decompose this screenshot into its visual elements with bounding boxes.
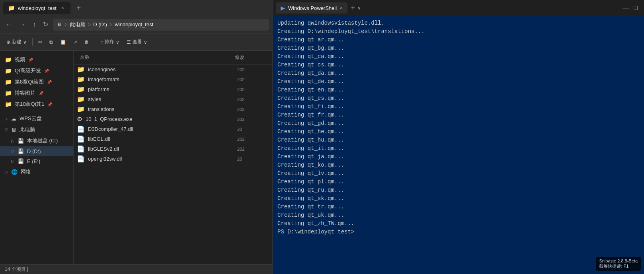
snipaste-badge: Snipaste 2.8.8-Beta 截屏快捷键: F1: [596, 257, 641, 271]
expand-icon: ▷: [5, 170, 8, 174]
dll-icon: 📄: [77, 145, 85, 153]
folder-icon: 📁: [5, 79, 12, 85]
sidebar-item-label: 此电脑: [20, 126, 35, 133]
col-date-header: 修改: [232, 52, 263, 62]
expand-icon: ▽: [5, 128, 8, 132]
file-name: libEGL.dll: [88, 136, 237, 142]
file-row-translations[interactable]: 📁 translations 202: [74, 104, 272, 114]
folder-icon: 📁: [5, 101, 12, 107]
chevron-icon: ∨: [23, 39, 27, 45]
ps-new-tab-button[interactable]: +: [351, 4, 355, 12]
sidebar-item-label: D (D:): [27, 148, 41, 154]
sidebar-item-drive-e[interactable]: ▷ 💾 E (E:): [0, 156, 73, 166]
file-date: 202: [237, 97, 269, 102]
pin-icon: 📌: [47, 80, 52, 84]
paste-button[interactable]: 📋: [57, 38, 69, 47]
file-name: platforms: [88, 86, 237, 92]
pin-icon: 📌: [47, 102, 52, 107]
sidebar-item-label: WPS云盘: [20, 115, 42, 122]
file-row-qprocess-exe[interactable]: ⚙ 10_1_QProcess.exe 202: [74, 114, 272, 124]
file-date: 202: [237, 117, 269, 122]
ps-line: PS D:\windeployqt_test>: [277, 228, 639, 236]
ps-line: Creating qt_en.qm...: [277, 86, 639, 94]
file-name: D3Dcompiler_47.dll: [88, 126, 237, 132]
tab-close-button[interactable]: ×: [60, 4, 66, 12]
ps-icon: ▶: [281, 5, 285, 11]
ps-line: Creating qt_gd.qm...: [277, 119, 639, 128]
refresh-button[interactable]: ↻: [41, 19, 51, 30]
dll-icon: 📄: [77, 155, 85, 163]
file-date: 202: [237, 107, 269, 112]
file-name: translations: [88, 106, 237, 112]
file-row-d3dcompiler[interactable]: 📄 D3Dcompiler_47.dll 20: [74, 124, 272, 134]
new-tab-button[interactable]: +: [74, 2, 84, 14]
sidebar-item-label: 网络: [21, 168, 31, 175]
ps-line: Creating D:\windeployqt_test\translation…: [277, 27, 639, 36]
file-row-imageformats[interactable]: 📁 imageformats 202: [74, 74, 272, 84]
ps-line: Creating qt_zh_TW.qm...: [277, 220, 639, 228]
ps-close-button[interactable]: ×: [340, 5, 343, 11]
folder-icon: 📁: [77, 76, 85, 83]
delete-button[interactable]: 🗑: [81, 38, 92, 47]
sidebar-item-this-pc[interactable]: ▽ 🖥 此电脑: [0, 124, 73, 135]
explorer-toolbar: ⊕ 新建 ∨ ✂ ⧉ 📋 ↗ 🗑 ↕ 排序 ∨ ☰ 查看 ∨: [0, 33, 272, 51]
sidebar-item-drive-c[interactable]: ▷ 💾 本地磁盘 (C:): [0, 135, 73, 146]
ps-line: Creating qt_hu.qm...: [277, 136, 639, 144]
sort-icon: ↕: [101, 39, 103, 45]
ps-line: Creating qt_bg.qm...: [277, 44, 639, 52]
file-date: 202: [237, 77, 269, 82]
sidebar-item-qt-drawing[interactable]: 📁 第8章Qt绘图 📌: [0, 76, 73, 87]
sidebar-item-network[interactable]: ▷ 🌐 网络: [0, 166, 73, 177]
ps-content[interactable]: Updating qwindowsvistastyle.dll.Creating…: [273, 16, 644, 274]
dll-icon: 📄: [77, 135, 85, 143]
cloud-icon: ☁: [11, 116, 16, 122]
file-name: iconengines: [88, 66, 237, 72]
explorer-tab[interactable]: 📁 windeployqt_test ×: [3, 2, 70, 14]
explorer-title-bar: 📁 windeployqt_test × +: [0, 0, 272, 16]
copy-button[interactable]: ⧉: [46, 38, 56, 47]
sidebar-item-qt-advanced[interactable]: 📁 Qt高级开发 📌: [0, 65, 73, 76]
ps-minimize-button[interactable]: —: [623, 4, 629, 12]
sidebar-item-label: E (E:): [27, 158, 40, 164]
file-row-iconengines[interactable]: 📁 iconengines 202: [74, 64, 272, 74]
file-row-libglesv2[interactable]: 📄 libGLESv2.dll 202: [74, 144, 272, 154]
ps-line: Creating qt_sk.qm...: [277, 194, 639, 203]
sort-button[interactable]: ↕ 排序 ∨: [98, 37, 123, 47]
ps-line: Creating qt_es.qm...: [277, 94, 639, 103]
up-button[interactable]: ↑: [30, 19, 38, 30]
sidebar-item-qt-ch10[interactable]: 📁 第10章Qt其1 📌: [0, 99, 73, 110]
ps-line: Creating qt_fr.qm...: [277, 111, 639, 119]
ps-tab[interactable]: ▶ Windows PowerShell ×: [276, 2, 347, 14]
file-list: 名称 修改 📁 iconengines 202 📁 imageformats 2…: [74, 51, 272, 264]
sidebar-item-blog-imgs[interactable]: 📁 博客图片 📌: [0, 87, 73, 99]
ps-dropdown-button[interactable]: ∨: [357, 5, 361, 11]
address-bar[interactable]: 🖥 > 此电脑 > D (D:) > windeployqt_test: [53, 19, 269, 31]
ps-line: Creating qt_fi.qm...: [277, 103, 639, 111]
forward-button[interactable]: →: [17, 19, 28, 30]
sidebar: 📁 视频 📌 📁 Qt高级开发 📌 📁 第8章Qt绘图 📌 📁 博客图片 📌 �: [0, 51, 74, 264]
expand-icon: ▷: [5, 117, 8, 121]
sidebar-item-label: 博客图片: [15, 89, 35, 97]
share-button[interactable]: ↗: [70, 38, 80, 47]
cut-button[interactable]: ✂: [35, 38, 45, 47]
ps-line: Creating qt_da.qm...: [277, 69, 639, 78]
folder-icon: 📁: [77, 95, 85, 103]
sidebar-item-videos[interactable]: 📁 视频 📌: [0, 54, 73, 65]
sidebar-item-wps-cloud[interactable]: ▷ ☁ WPS云盘: [0, 113, 73, 124]
pin-icon: 📌: [28, 58, 33, 62]
back-button[interactable]: ←: [3, 19, 14, 30]
view-button[interactable]: ☰ 查看 ∨: [123, 37, 150, 47]
ps-window-controls: — □: [623, 4, 641, 12]
file-row-libegl[interactable]: 📄 libEGL.dll 202: [74, 134, 272, 144]
ps-line: Creating qt_he.qm...: [277, 128, 639, 136]
file-row-opengl32sw[interactable]: 📄 opengl32sw.dll 20: [74, 154, 272, 164]
sidebar-item-drive-d[interactable]: ▽ 💾 D (D:): [0, 146, 73, 156]
dll-icon: 📄: [77, 125, 85, 133]
file-row-platforms[interactable]: 📁 platforms 202: [74, 84, 272, 94]
view-chevron: ∨: [144, 39, 147, 45]
toolbar-separator: [32, 38, 33, 46]
file-row-styles[interactable]: 📁 styles 202: [74, 94, 272, 104]
ps-maximize-button[interactable]: □: [634, 4, 638, 12]
new-button[interactable]: ⊕ 新建 ∨: [3, 37, 30, 47]
status-bar: 14 个项目 |: [0, 264, 272, 274]
